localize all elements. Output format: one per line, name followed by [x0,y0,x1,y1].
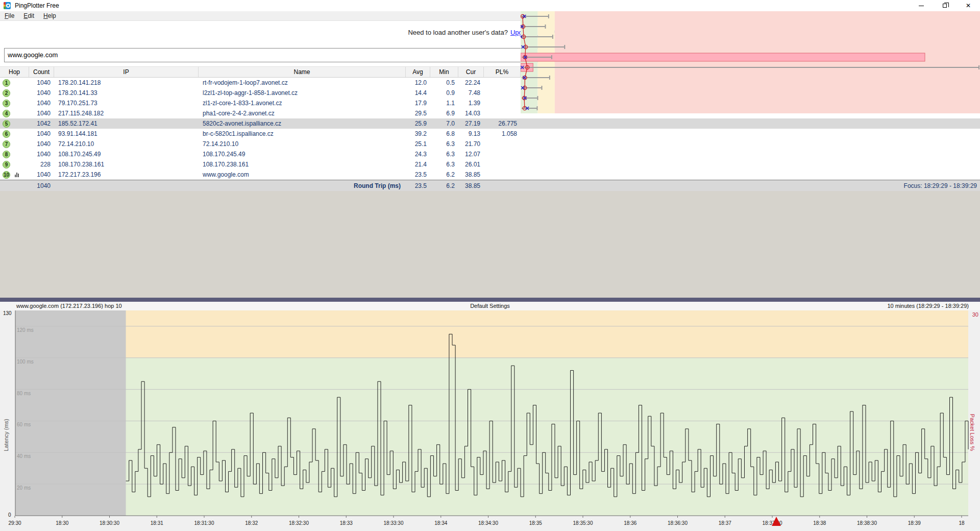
col-header-min[interactable]: Min [430,67,458,77]
ip-value: 172.217.23.196 [54,171,199,178]
name-value: 108.170.238.161 [199,161,406,168]
min-value: 6.3 [430,161,458,168]
col-header-hop[interactable]: Hop [0,67,29,77]
hop-number-badge: 9 [3,161,10,168]
x-tick-label: 18:39 [908,520,921,526]
avg-value: 17.9 [406,100,430,107]
summary-min: 6.2 [430,182,458,189]
min-value: 6.3 [430,140,458,148]
min-value: 6.8 [430,130,458,137]
x-tick-label: 18:35 [529,520,542,526]
avg-value: 25.1 [406,140,430,148]
latency-timeline-chart[interactable]: 120 ms100 ms80 ms60 ms40 ms20 ms29:3018:… [0,310,980,531]
hop-number-badge: 7 [3,140,10,148]
pl-value: 26.775 [484,120,521,127]
hop-latency-minigraph[interactable] [521,11,980,113]
menu-help[interactable]: Help [39,11,61,20]
avg-value: 23.5 [406,171,430,178]
name-value: l2zl1-zl-top-aggr-1-858-1.avonet.cz [199,89,406,96]
cur-value: 26.01 [458,161,484,168]
svg-text:120 ms: 120 ms [17,327,34,333]
col-header-cur[interactable]: Cur [458,67,484,77]
cur-value: 14.03 [458,110,484,117]
x-tick-label: 18:36 [624,520,636,526]
round-trip-row: 1040 Round Trip (ms) 23.5 6.2 38.85 Focu… [0,180,980,191]
window-title: PingPlotter Free [15,2,59,9]
ip-value: 178.20.141.33 [54,89,199,96]
name-value: 108.170.245.49 [199,151,406,158]
x-tick-label: 29:30 [8,520,21,526]
minimize-button[interactable] [910,0,933,11]
summary-avg: 23.5 [406,182,430,189]
col-header-pl[interactable]: PL% [484,67,521,77]
upgrade-text: Need to load another user's data? [408,29,507,36]
cur-value: 38.85 [458,171,484,178]
chart-settings-title[interactable]: Default Settings [0,303,980,309]
ip-value: 185.52.172.41 [54,120,199,127]
min-value: 1.1 [430,100,458,107]
title-bar: PingPlotter Free ✕ [0,0,980,11]
cur-value: 12.07 [458,151,484,158]
pingplotter-window: PingPlotter Free ✕ File Edit Help Need t… [0,0,980,531]
x-tick-label: 18:32:30 [289,520,309,526]
menu-edit[interactable]: Edit [19,11,39,20]
svg-text:20 ms: 20 ms [17,485,31,491]
timeline-chart-section: www.google.com (172.217.23.196) hop 10 D… [0,302,980,531]
x-tick-label: 18:33 [340,520,353,526]
table-row-hop-8[interactable]: 81040108.170.245.49108.170.245.4924.36.3… [0,149,980,159]
table-row-hop-10[interactable]: 101040172.217.23.196www.google.com23.56.… [0,170,980,180]
focus-range-text: Focus: 18:29:29 - 18:39:29 [521,182,980,189]
name-value: rt-fr-vodojem-1-loop7.avonet.cz [199,79,406,86]
close-button[interactable]: ✕ [957,0,980,11]
pl-value: 1.058 [484,130,521,137]
x-tick-label: 18:33:30 [384,520,404,526]
count-value: 1040 [29,130,54,137]
ip-value: 108.170.238.161 [54,161,199,168]
avg-value: 21.4 [406,161,430,168]
hop-number-badge: 2 [3,89,10,97]
count-value: 228 [29,161,54,168]
table-row-hop-5[interactable]: 51042185.52.172.415820c2-avonet.ispallia… [0,118,980,129]
col-header-count[interactable]: Count [29,67,54,77]
restore-icon [943,4,947,8]
avg-value: 14.4 [406,89,430,96]
x-tick-label: 18:34:30 [478,520,498,526]
app-icon [4,2,11,9]
min-value: 6.9 [430,110,458,117]
x-tick-label: 18:30:30 [100,520,119,526]
count-value: 1040 [29,79,54,86]
restore-button[interactable] [933,0,957,11]
avg-value: 25.9 [406,120,430,127]
table-row-hop-6[interactable]: 6104093.91.144.181br-c-5820c1.ispallianc… [0,129,980,139]
count-value: 1040 [29,171,54,178]
graphed-hop-icon [15,172,19,177]
cur-value: 22.24 [458,79,484,86]
x-tick-label: 18:32 [245,520,258,526]
avg-value: 12.0 [406,79,430,86]
pane-splitter-handle[interactable] [0,298,980,302]
table-row-hop-9[interactable]: 9228108.170.238.161108.170.238.16121.46.… [0,159,980,170]
cur-value: 7.48 [458,89,484,96]
table-row-hop-7[interactable]: 7104072.14.210.1072.14.210.1025.16.321.7… [0,139,980,149]
x-tick-label: 18:31 [151,520,163,526]
hop-number-badge: 6 [3,130,10,138]
avg-value: 24.3 [406,151,430,158]
menu-file[interactable]: File [0,11,19,20]
col-header-avg[interactable]: Avg [406,67,430,77]
svg-text:80 ms: 80 ms [17,391,31,396]
col-header-ip[interactable]: IP [54,67,199,77]
hop-number-badge: 8 [3,151,10,158]
name-value: br-c-5820c1.ispalliance.cz [199,130,406,137]
count-value: 1040 [29,151,54,158]
chart-time-range[interactable]: 10 minutes (18:29:29 - 18:39:29) [887,303,969,309]
cur-value: 27.19 [458,120,484,127]
minimize-icon [919,6,924,6]
ip-value: 79.170.251.73 [54,100,199,107]
ip-value: 72.14.210.10 [54,140,199,148]
name-value: www.google.com [199,171,406,178]
x-tick-label: 18 [959,520,965,526]
col-header-name[interactable]: Name [199,67,406,77]
cur-value: 21.70 [458,140,484,148]
svg-text:60 ms: 60 ms [17,422,31,427]
x-tick-label: 18:34 [434,520,447,526]
